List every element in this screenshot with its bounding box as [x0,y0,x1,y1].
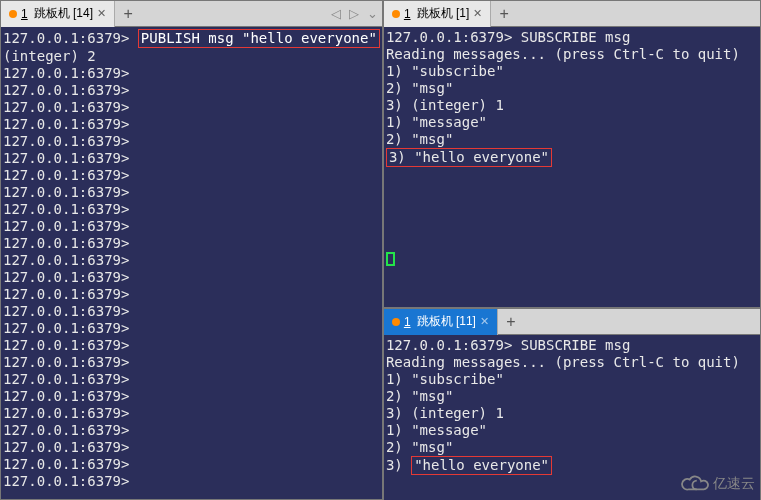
terminal-line [386,184,758,201]
terminal-line: 127.0.0.1:6379> [3,473,380,490]
terminal-line: 3) "hello everyone" [386,148,758,167]
terminal-line: 127.0.0.1:6379> [3,286,380,303]
pane-right-top: 1 跳板机 [1] ✕ + 127.0.0.1:6379> SUBSCRIBE … [383,0,761,308]
back-icon[interactable]: ◁ [331,6,341,21]
terminal-line: Reading messages... (press Ctrl-C to qui… [386,46,758,63]
tabbar-left: 1 跳板机 [14] ✕ + ◁ ▷ ⌄ [1,1,382,27]
terminal-line: 1) "message" [386,422,758,439]
pane-right: 1 跳板机 [1] ✕ + 127.0.0.1:6379> SUBSCRIBE … [383,0,761,500]
terminal-line: 127.0.0.1:6379> [3,150,380,167]
highlighted-output: 3) "hello everyone" [386,148,552,167]
tab-number: 1 [404,7,411,21]
tabbar-right-top: 1 跳板机 [1] ✕ + [384,1,760,27]
highlighted-command: PUBLISH msg "hello everyone" [138,29,380,48]
terminal-line: 127.0.0.1:6379> [3,116,380,133]
tab-title: 跳板机 [14] [34,5,93,22]
terminal-line: 127.0.0.1:6379> [3,184,380,201]
tab-number: 1 [404,315,411,329]
terminal-line: 127.0.0.1:6379> SUBSCRIBE msg [386,337,758,354]
cursor-icon [386,252,395,266]
terminal-line: 127.0.0.1:6379> [3,201,380,218]
terminal-line: (integer) 2 [3,48,380,65]
add-tab-button[interactable]: + [115,1,141,27]
terminal-line: 127.0.0.1:6379> [3,337,380,354]
terminal-left[interactable]: 127.0.0.1:6379> PUBLISH msg "hello every… [1,27,382,499]
terminal-line [386,167,758,184]
close-icon[interactable]: ✕ [480,315,489,328]
terminal-line: 2) "msg" [386,439,758,456]
terminal-line [386,201,758,218]
status-dot-icon [392,318,400,326]
terminal-line: 2) "msg" [386,80,758,97]
terminal-line: 127.0.0.1:6379> [3,269,380,286]
terminal-line: 127.0.0.1:6379> [3,456,380,473]
terminal-line: 127.0.0.1:6379> [3,167,380,184]
terminal-right-top[interactable]: 127.0.0.1:6379> SUBSCRIBE msgReading mes… [384,27,760,307]
terminal-line: 3) (integer) 1 [386,405,758,422]
terminal-line: 127.0.0.1:6379> [3,354,380,371]
terminal-line: 127.0.0.1:6379> [3,439,380,456]
terminal-line: 127.0.0.1:6379> [3,99,380,116]
watermark: 亿速云 [681,474,755,494]
forward-icon[interactable]: ▷ [349,6,359,21]
tab-right-top[interactable]: 1 跳板机 [1] ✕ [384,1,491,27]
terminal-line: 2) "msg" [386,388,758,405]
terminal-line: 127.0.0.1:6379> [3,303,380,320]
terminal-line: 1) "subscribe" [386,63,758,80]
terminal-line: 127.0.0.1:6379> [3,371,380,388]
terminal-line: 127.0.0.1:6379> [3,252,380,269]
pane-right-bot: 1 跳板机 [11] ✕ + 127.0.0.1:6379> SUBSCRIBE… [383,308,761,500]
tab-title: 跳板机 [1] [417,5,470,22]
list-icon[interactable]: ⌄ [367,6,378,21]
terminal-line: 1) "message" [386,114,758,131]
terminal-line [386,252,758,270]
tab-title: 跳板机 [11] [417,313,476,330]
tabbar-right-bot: 1 跳板机 [11] ✕ + [384,309,760,335]
add-tab-button[interactable]: + [498,309,524,335]
app-root: 1 跳板机 [14] ✕ + ◁ ▷ ⌄ 127.0.0.1:6379> PUB… [0,0,761,500]
terminal-line: 127.0.0.1:6379> [3,422,380,439]
tabbar-nav: ◁ ▷ ⌄ [331,6,378,21]
status-dot-icon [9,10,17,18]
pane-left: 1 跳板机 [14] ✕ + ◁ ▷ ⌄ 127.0.0.1:6379> PUB… [0,0,383,500]
tab-right-bot[interactable]: 1 跳板机 [11] ✕ [384,309,498,335]
terminal-line [386,218,758,235]
terminal-line: 127.0.0.1:6379> [3,218,380,235]
cloud-icon [681,474,709,494]
tab-number: 1 [21,7,28,21]
terminal-line: 127.0.0.1:6379> [3,320,380,337]
terminal-line: 127.0.0.1:6379> [3,388,380,405]
close-icon[interactable]: ✕ [97,7,106,20]
highlighted-output: "hello everyone" [411,456,552,475]
terminal-line: 127.0.0.1:6379> [3,235,380,252]
close-icon[interactable]: ✕ [473,7,482,20]
terminal-line [386,235,758,252]
terminal-line: Reading messages... (press Ctrl-C to qui… [386,354,758,371]
terminal-line: 127.0.0.1:6379> SUBSCRIBE msg [386,29,758,46]
add-tab-button[interactable]: + [491,1,517,27]
terminal-line: 127.0.0.1:6379> [3,133,380,150]
terminal-line: 2) "msg" [386,131,758,148]
terminal-line: 127.0.0.1:6379> PUBLISH msg "hello every… [3,29,380,48]
terminal-line: 127.0.0.1:6379> [3,405,380,422]
terminal-line: 3) "hello everyone" [386,456,758,475]
watermark-text: 亿速云 [713,475,755,493]
terminal-line: 127.0.0.1:6379> [3,82,380,99]
tab-left[interactable]: 1 跳板机 [14] ✕ [1,1,115,27]
status-dot-icon [392,10,400,18]
terminal-line: 3) (integer) 1 [386,97,758,114]
terminal-line: 127.0.0.1:6379> [3,65,380,82]
terminal-line: 1) "subscribe" [386,371,758,388]
